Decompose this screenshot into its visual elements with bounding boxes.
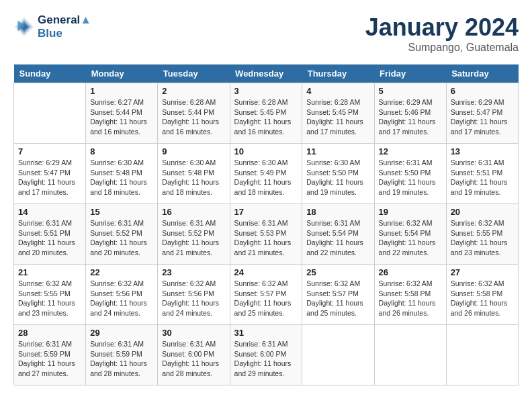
day-info: Sunrise: 6:31 AM Sunset: 5:50 PM Dayligh… — [379, 158, 442, 197]
day-cell: 22Sunrise: 6:32 AM Sunset: 5:56 PM Dayli… — [86, 265, 158, 325]
day-cell: 27Sunrise: 6:32 AM Sunset: 5:58 PM Dayli… — [446, 265, 518, 325]
day-info: Sunrise: 6:31 AM Sunset: 5:54 PM Dayligh… — [306, 218, 369, 258]
day-info: Sunrise: 6:29 AM Sunset: 5:47 PM Dayligh… — [18, 158, 81, 197]
day-cell: 14Sunrise: 6:31 AM Sunset: 5:51 PM Dayli… — [14, 204, 86, 265]
day-info: Sunrise: 6:29 AM Sunset: 5:46 PM Dayligh… — [379, 97, 442, 137]
day-cell: 8Sunrise: 6:30 AM Sunset: 5:48 PM Daylig… — [86, 144, 158, 204]
day-number: 20 — [451, 207, 514, 217]
day-number: 29 — [90, 328, 153, 338]
day-cell: 16Sunrise: 6:31 AM Sunset: 5:52 PM Dayli… — [158, 204, 230, 265]
day-cell: 29Sunrise: 6:31 AM Sunset: 5:59 PM Dayli… — [86, 325, 158, 385]
day-cell: 12Sunrise: 6:31 AM Sunset: 5:50 PM Dayli… — [374, 144, 446, 204]
week-row-1: 1Sunrise: 6:27 AM Sunset: 5:44 PM Daylig… — [14, 83, 519, 144]
day-info: Sunrise: 6:31 AM Sunset: 5:51 PM Dayligh… — [18, 218, 81, 258]
day-info: Sunrise: 6:31 AM Sunset: 6:00 PM Dayligh… — [162, 339, 225, 379]
calendar-body: 1Sunrise: 6:27 AM Sunset: 5:44 PM Daylig… — [14, 83, 519, 385]
day-number: 7 — [18, 146, 81, 156]
day-number: 28 — [18, 328, 81, 338]
header-row: SundayMondayTuesdayWednesdayThursdayFrid… — [14, 64, 519, 83]
day-cell: 7Sunrise: 6:29 AM Sunset: 5:47 PM Daylig… — [14, 144, 86, 204]
header-cell-friday: Friday — [374, 64, 446, 83]
day-info: Sunrise: 6:31 AM Sunset: 5:52 PM Dayligh… — [90, 218, 153, 258]
page-header: General▲ Blue January 2024 Sumpango, Gua… — [13, 13, 519, 54]
week-row-3: 14Sunrise: 6:31 AM Sunset: 5:51 PM Dayli… — [14, 204, 519, 265]
day-number: 15 — [90, 207, 153, 217]
day-info: Sunrise: 6:31 AM Sunset: 5:59 PM Dayligh… — [90, 339, 153, 379]
day-info: Sunrise: 6:32 AM Sunset: 5:57 PM Dayligh… — [234, 279, 298, 318]
day-number: 24 — [234, 267, 298, 277]
day-info: Sunrise: 6:30 AM Sunset: 5:49 PM Dayligh… — [234, 158, 298, 197]
calendar-table: SundayMondayTuesdayWednesdayThursdayFrid… — [13, 64, 519, 385]
location: Sumpango, Guatemala — [365, 42, 519, 54]
day-info: Sunrise: 6:31 AM Sunset: 6:00 PM Dayligh… — [234, 339, 298, 379]
day-info: Sunrise: 6:31 AM Sunset: 5:51 PM Dayligh… — [451, 158, 514, 197]
day-info: Sunrise: 6:32 AM Sunset: 5:55 PM Dayligh… — [18, 279, 81, 318]
day-cell: 25Sunrise: 6:32 AM Sunset: 5:57 PM Dayli… — [302, 265, 374, 325]
day-cell: 11Sunrise: 6:30 AM Sunset: 5:50 PM Dayli… — [302, 144, 374, 204]
logo: General▲ Blue — [13, 13, 91, 40]
day-cell: 23Sunrise: 6:32 AM Sunset: 5:56 PM Dayli… — [158, 265, 230, 325]
day-number: 1 — [90, 86, 153, 96]
day-cell: 26Sunrise: 6:32 AM Sunset: 5:58 PM Dayli… — [374, 265, 446, 325]
day-cell — [374, 325, 446, 385]
week-row-2: 7Sunrise: 6:29 AM Sunset: 5:47 PM Daylig… — [14, 144, 519, 204]
day-info: Sunrise: 6:32 AM Sunset: 5:58 PM Dayligh… — [379, 279, 442, 318]
day-number: 4 — [306, 86, 369, 96]
day-number: 6 — [451, 86, 514, 96]
day-cell: 21Sunrise: 6:32 AM Sunset: 5:55 PM Dayli… — [14, 265, 86, 325]
day-number: 3 — [234, 86, 298, 96]
day-cell: 18Sunrise: 6:31 AM Sunset: 5:54 PM Dayli… — [302, 204, 374, 265]
day-info: Sunrise: 6:27 AM Sunset: 5:44 PM Dayligh… — [90, 97, 153, 137]
day-info: Sunrise: 6:32 AM Sunset: 5:56 PM Dayligh… — [162, 279, 225, 318]
header-cell-sunday: Sunday — [14, 64, 86, 83]
day-number: 2 — [162, 86, 225, 96]
day-cell: 5Sunrise: 6:29 AM Sunset: 5:46 PM Daylig… — [374, 83, 446, 144]
day-number: 19 — [379, 207, 442, 217]
day-cell: 3Sunrise: 6:28 AM Sunset: 5:45 PM Daylig… — [230, 83, 302, 144]
day-number: 5 — [379, 86, 442, 96]
day-cell: 20Sunrise: 6:32 AM Sunset: 5:55 PM Dayli… — [446, 204, 518, 265]
day-cell: 2Sunrise: 6:28 AM Sunset: 5:44 PM Daylig… — [158, 83, 230, 144]
day-number: 16 — [162, 207, 225, 217]
day-cell: 13Sunrise: 6:31 AM Sunset: 5:51 PM Dayli… — [446, 144, 518, 204]
title-block: January 2024 Sumpango, Guatemala — [365, 13, 519, 54]
day-cell: 6Sunrise: 6:29 AM Sunset: 5:47 PM Daylig… — [446, 83, 518, 144]
day-info: Sunrise: 6:28 AM Sunset: 5:45 PM Dayligh… — [234, 97, 298, 137]
header-cell-wednesday: Wednesday — [230, 64, 302, 83]
logo-text: General▲ Blue — [38, 13, 91, 40]
day-number: 9 — [162, 146, 225, 156]
day-info: Sunrise: 6:30 AM Sunset: 5:48 PM Dayligh… — [162, 158, 225, 197]
day-cell: 4Sunrise: 6:28 AM Sunset: 5:45 PM Daylig… — [302, 83, 374, 144]
day-number: 18 — [306, 207, 369, 217]
day-cell: 10Sunrise: 6:30 AM Sunset: 5:49 PM Dayli… — [230, 144, 302, 204]
day-cell: 28Sunrise: 6:31 AM Sunset: 5:59 PM Dayli… — [14, 325, 86, 385]
week-row-5: 28Sunrise: 6:31 AM Sunset: 5:59 PM Dayli… — [14, 325, 519, 385]
day-cell: 15Sunrise: 6:31 AM Sunset: 5:52 PM Dayli… — [86, 204, 158, 265]
day-info: Sunrise: 6:31 AM Sunset: 5:59 PM Dayligh… — [18, 339, 81, 379]
day-info: Sunrise: 6:29 AM Sunset: 5:47 PM Dayligh… — [451, 97, 514, 137]
day-number: 31 — [234, 328, 298, 338]
day-number: 11 — [306, 146, 369, 156]
day-number: 26 — [379, 267, 442, 277]
day-cell — [302, 325, 374, 385]
week-row-4: 21Sunrise: 6:32 AM Sunset: 5:55 PM Dayli… — [14, 265, 519, 325]
day-number: 22 — [90, 267, 153, 277]
calendar-header: SundayMondayTuesdayWednesdayThursdayFrid… — [14, 64, 519, 83]
day-cell: 24Sunrise: 6:32 AM Sunset: 5:57 PM Dayli… — [230, 265, 302, 325]
day-info: Sunrise: 6:30 AM Sunset: 5:48 PM Dayligh… — [90, 158, 153, 197]
day-number: 23 — [162, 267, 225, 277]
day-info: Sunrise: 6:28 AM Sunset: 5:45 PM Dayligh… — [306, 97, 369, 137]
day-info: Sunrise: 6:31 AM Sunset: 5:53 PM Dayligh… — [234, 218, 298, 258]
day-cell — [14, 83, 86, 144]
day-number: 17 — [234, 207, 298, 217]
day-number: 10 — [234, 146, 298, 156]
day-number: 8 — [90, 146, 153, 156]
month-title: January 2024 — [365, 13, 519, 42]
day-number: 27 — [451, 267, 514, 277]
day-cell: 9Sunrise: 6:30 AM Sunset: 5:48 PM Daylig… — [158, 144, 230, 204]
header-cell-saturday: Saturday — [446, 64, 518, 83]
day-info: Sunrise: 6:30 AM Sunset: 5:50 PM Dayligh… — [306, 158, 369, 197]
logo-icon — [13, 16, 35, 38]
day-info: Sunrise: 6:32 AM Sunset: 5:56 PM Dayligh… — [90, 279, 153, 318]
day-cell: 1Sunrise: 6:27 AM Sunset: 5:44 PM Daylig… — [86, 83, 158, 144]
